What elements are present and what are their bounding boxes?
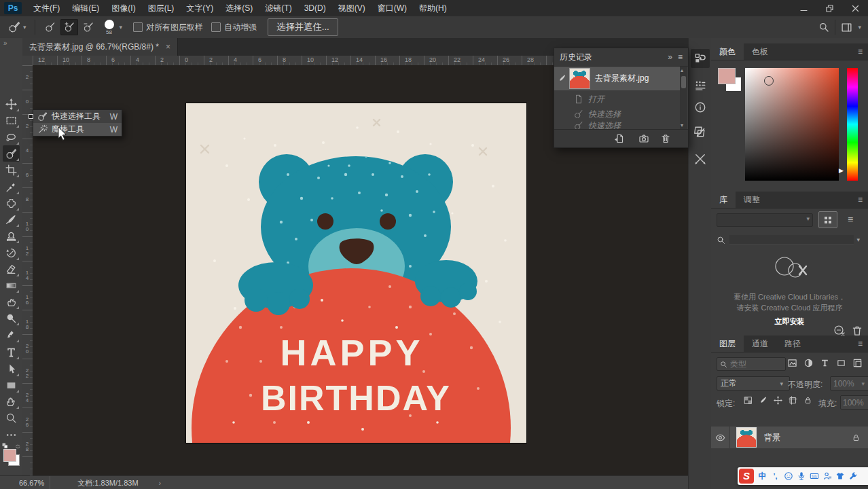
menu-layer[interactable]: 图层(L) [142, 0, 181, 16]
move-tool[interactable] [3, 96, 20, 112]
menu-select[interactable]: 选择(S) [219, 0, 259, 16]
brush-size-picker[interactable]: 58 [105, 20, 114, 35]
ime-toolbox-icon[interactable] [846, 471, 859, 481]
color-gradient-field[interactable] [745, 68, 839, 181]
select-and-mask-button[interactable]: 选择并遮住... [268, 18, 338, 36]
filter-type-layers-icon[interactable] [820, 358, 830, 368]
sample-all-layers-checkbox[interactable] [133, 22, 143, 32]
tab-swatches[interactable]: 色板 [744, 43, 776, 60]
menu-edit[interactable]: 编辑(E) [66, 0, 105, 16]
lock-position-icon[interactable] [771, 396, 784, 405]
panel-menu-icon[interactable]: ≡ [678, 52, 683, 62]
workspace-switcher-icon[interactable] [841, 22, 852, 33]
layer-row-background[interactable]: 背景 [711, 427, 868, 448]
edit-toolbar-icon[interactable] [3, 427, 20, 443]
menu-type[interactable]: 文字(Y) [180, 0, 219, 16]
auto-enhance-checkbox[interactable] [211, 22, 221, 32]
canvas[interactable]: HAPPY BIRTHDAY [186, 103, 526, 443]
hand-tool[interactable] [3, 393, 20, 410]
toolbar-collapse-icon[interactable]: » [3, 39, 7, 47]
zoom-tool[interactable] [3, 410, 20, 426]
spot-healing-brush-tool[interactable] [3, 195, 20, 211]
crop-tool[interactable] [3, 162, 20, 178]
tool-preset-caret-icon[interactable]: ▾ [23, 24, 26, 31]
blend-mode-select[interactable]: 正常 ▾ [717, 376, 790, 391]
foreground-color-swatch[interactable] [3, 449, 16, 462]
flyout-item-magic-wand[interactable]: 魔棒工具 W [33, 123, 122, 136]
history-scrollbar[interactable]: ▴ ▾ [680, 67, 687, 129]
brush-picker-caret-icon[interactable]: ▾ [120, 24, 123, 31]
smudge-tool[interactable] [3, 293, 20, 310]
default-colors-icon[interactable] [2, 443, 8, 449]
marquee-tool[interactable] [3, 112, 20, 128]
eraser-tool[interactable] [3, 261, 20, 277]
restore-icon[interactable] [816, 0, 842, 16]
filter-smart-objects-icon[interactable] [852, 358, 863, 368]
gradient-tool[interactable] [3, 277, 20, 293]
menu-image[interactable]: 图像(I) [105, 0, 141, 16]
filter-adjustment-layers-icon[interactable] [803, 358, 814, 368]
new-snapshot-icon[interactable] [638, 133, 649, 144]
ime-passth-icon[interactable] [820, 471, 833, 481]
add-to-selection-mode-icon[interactable] [60, 19, 78, 35]
collapsed-properties-icon[interactable] [691, 122, 710, 141]
zoom-level-field[interactable]: 66.67% [0, 476, 50, 489]
history-brush-source-icon[interactable] [554, 74, 569, 83]
filter-shape-layers-icon[interactable] [836, 358, 846, 368]
hue-strip[interactable] [847, 68, 858, 181]
fill-field[interactable]: 100% [840, 395, 868, 410]
menu-filter[interactable]: 滤镜(T) [259, 0, 297, 16]
collapsed-history-icon[interactable] [691, 49, 710, 68]
foreground-color-swatch[interactable] [718, 68, 736, 84]
menu-help[interactable]: 帮助(H) [413, 0, 453, 16]
tab-adjustments[interactable]: 调整 [736, 192, 768, 208]
panel-menu-icon[interactable]: ≡ [852, 336, 868, 352]
clone-stamp-tool[interactable] [3, 228, 20, 244]
tab-libraries[interactable]: 库 [711, 192, 736, 208]
collapsed-brush-settings-icon[interactable] [691, 76, 710, 95]
ime-skin-icon[interactable] [833, 471, 846, 481]
collapsed-tool-presets-icon[interactable] [691, 149, 710, 168]
flyout-item-quick-selection[interactable]: 快速选择工具 W [33, 110, 122, 123]
status-options-chevron-icon[interactable]: › [159, 479, 162, 487]
grid-view-button[interactable] [818, 211, 837, 228]
subtract-from-selection-mode-icon[interactable] [79, 19, 97, 35]
panel-collapse-icon[interactable]: » [668, 52, 672, 62]
shape-tool[interactable] [3, 377, 20, 393]
tab-close-icon[interactable]: × [166, 42, 170, 52]
scroll-up-icon[interactable]: ▴ [681, 67, 683, 73]
list-view-button[interactable]: ≡ [842, 211, 859, 227]
sogou-logo[interactable]: S [739, 469, 754, 484]
library-select-dropdown[interactable]: ▾ [717, 213, 813, 227]
document-size-info[interactable]: 文档:1.83M/1.83M [77, 478, 138, 488]
brush-tool[interactable] [3, 211, 20, 228]
scrollbar-thumb[interactable] [681, 76, 686, 88]
ime-punctuation[interactable]: ’, [769, 472, 782, 480]
history-item-quick-select[interactable]: 快速选择 [554, 107, 680, 122]
lock-artboard-icon[interactable] [786, 396, 799, 405]
menu-file[interactable]: 文件(F) [27, 0, 66, 16]
history-brush-tool[interactable] [3, 244, 20, 261]
layer-thumbnail[interactable] [736, 427, 757, 448]
minimize-icon[interactable] [791, 0, 816, 16]
panel-menu-icon[interactable]: ≡ [852, 43, 868, 60]
document-tab[interactable]: 去背景素材.jpg @ 66.7%(RGB/8#) * × [22, 38, 178, 56]
new-selection-mode-icon[interactable] [41, 19, 59, 35]
close-icon[interactable] [842, 0, 868, 16]
menu-window[interactable]: 窗口(W) [372, 0, 413, 16]
scroll-down-icon[interactable]: ▾ [681, 122, 683, 128]
color-picker-ring[interactable] [764, 76, 774, 86]
collapsed-info-icon[interactable] [691, 98, 710, 117]
lasso-tool[interactable] [3, 129, 20, 145]
pen-tool[interactable] [3, 327, 20, 343]
filter-pixel-layers-icon[interactable] [787, 358, 797, 368]
path-selection-tool[interactable] [3, 361, 20, 377]
history-item-current[interactable]: 去背景素材.jpg [554, 67, 680, 90]
dodge-tool[interactable] [3, 310, 20, 326]
layer-visibility-eye-icon[interactable] [711, 427, 730, 448]
ime-emoji-icon[interactable] [782, 471, 795, 481]
panel-menu-icon[interactable]: ≡ [852, 192, 868, 208]
eyedropper-tool[interactable] [3, 179, 20, 195]
tab-layers[interactable]: 图层 [711, 336, 744, 352]
quick-selection-tool[interactable] [3, 145, 20, 162]
